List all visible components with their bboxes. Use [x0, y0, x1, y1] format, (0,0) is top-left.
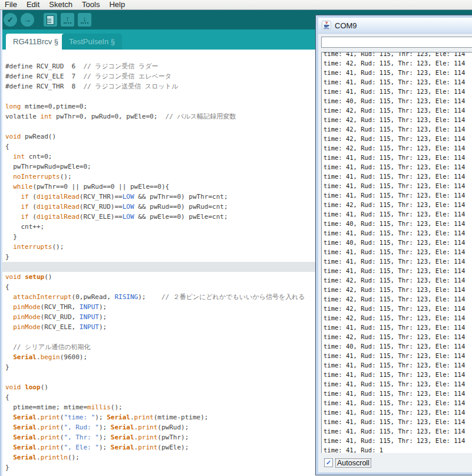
serial-output-line: time: 41, Rud: 115, Thr: 123, Ele: 114: [324, 417, 472, 426]
serial-output-line: time: 41, Rud: 115, Thr: 123, Ele: 114: [324, 172, 472, 181]
serial-monitor-title: COM9: [335, 21, 357, 30]
serial-output-line: time: 41, Rud: 115, Thr: 123, Ele: 114: [324, 398, 472, 408]
down-arrow-icon: ↓: [81, 16, 88, 24]
serial-output-line: time: 42, Rud: 115, Thr: 123, Ele: 114: [324, 134, 472, 143]
serial-output-line: time: 42, Rud: 115, Thr: 123, Ele: 114: [324, 304, 472, 313]
menu-item-help[interactable]: Help: [104, 0, 130, 9]
serial-output-line: time: 41, Rud: 1: [324, 445, 472, 453]
serial-output-line: time: 41, Rud: 115, Thr: 123, Ele: 114: [324, 408, 472, 417]
serial-output-line: time: 42, Rud: 115, Thr: 123, Ele: 114: [324, 58, 472, 68]
serial-output-line: time: 41, Rud: 115, Thr: 123, Ele: 114: [324, 162, 472, 172]
serial-output-line: time: 41, Rud: 115, Thr: 123, Ele: 114: [324, 389, 472, 398]
serial-output-line: time: 42, Rud: 115, Thr: 123, Ele: 114: [324, 332, 472, 342]
serial-output-line: time: 42, Rud: 115, Thr: 123, Ele: 114: [324, 275, 472, 285]
serial-output-line: time: 41, Rud: 115, Thr: 123, Ele: 114: [324, 351, 472, 360]
serial-output-line: time: 42, Rud: 115, Thr: 123, Ele: 114: [324, 115, 472, 124]
menu-item-sketch[interactable]: Sketch: [44, 0, 77, 9]
serial-monitor-window: COM9 time: 41, Rud: 115, Thr: 123, Ele: …: [315, 15, 472, 475]
serial-output-line: time: 42, Rud: 115, Thr: 123, Ele: 114: [324, 294, 472, 304]
serial-output-line: time: 41, Rud: 115, Thr: 123, Ele: 114: [324, 247, 472, 257]
serial-output-line: time: 41, Rud: 115, Thr: 123, Ele: 114: [324, 87, 472, 96]
verify-button[interactable]: ✓: [4, 13, 17, 27]
tab-rg411brcv[interactable]: RG411Brcv §: [6, 34, 65, 50]
serial-send-input[interactable]: [321, 37, 472, 48]
tab-testpulsein[interactable]: TestPulseIn §: [62, 34, 122, 50]
autoscroll-label[interactable]: Autoscroll: [336, 459, 371, 467]
upload-button[interactable]: →: [21, 13, 34, 27]
serial-output-line: time: 41, Rud: 115, Thr: 123, Ele: 114: [324, 181, 472, 191]
serial-output-line: time: 40, Rud: 115, Thr: 123, Ele: 114: [324, 342, 472, 351]
serial-output-line: time: 41, Rud: 115, Thr: 123, Ele: 114: [324, 379, 472, 389]
serial-output-line: time: 42, Rud: 115, Thr: 123, Ele: 114: [324, 313, 472, 323]
right-arrow-icon: →: [24, 15, 31, 24]
serial-output-line: time: 42, Rud: 115, Thr: 123, Ele: 114: [324, 285, 472, 294]
serial-output-line: time: 41, Rud: 115, Thr: 123, Ele: 114: [324, 77, 472, 87]
serial-output-line: time: 40, Rud: 115, Thr: 123, Ele: 114: [324, 219, 472, 228]
document-icon: [47, 15, 54, 25]
serial-output-line: time: 41, Rud: 115, Thr: 123, Ele: 114: [324, 323, 472, 332]
check-icon: ✓: [7, 15, 14, 24]
serial-output-line: time: 42, Rud: 115, Thr: 123, Ele: 114: [324, 143, 472, 153]
serial-output-line: time: 42, Rud: 115, Thr: 123, Ele: 114: [324, 124, 472, 134]
serial-output-line: time: 41, Rud: 115, Thr: 123, Ele: 114: [324, 68, 472, 77]
serial-output-line: time: 41, Rud: 115, Thr: 123, Ele: 114: [324, 153, 472, 162]
new-sketch-button[interactable]: [44, 13, 57, 27]
serial-output-line: time: 41, Rud: 115, Thr: 123, Ele: 114: [324, 257, 472, 266]
menu-item-edit[interactable]: Edit: [22, 0, 44, 9]
serial-output-line: time: 42, Rud: 115, Thr: 123, Ele: 114: [324, 106, 472, 115]
serial-output-line: time: 41, Rud: 115, Thr: 123, Ele: 114: [324, 209, 472, 219]
open-button[interactable]: ↑: [61, 13, 74, 27]
menu-item-file[interactable]: File: [0, 0, 22, 9]
window-left-border: [0, 10, 2, 476]
serial-output-line: time: 41, Rud: 115, Thr: 123, Ele: 114: [324, 426, 472, 436]
serial-output-line: time: 40, Rud: 115, Thr: 123, Ele: 114: [324, 238, 472, 247]
serial-output-line: time: 41, Rud: 115, Thr: 123, Ele: 114: [324, 228, 472, 238]
serial-monitor-titlebar[interactable]: COM9: [318, 18, 472, 34]
serial-output-line: time: 41, Rud: 115, Thr: 123, Ele: 114: [324, 266, 472, 275]
up-arrow-icon: ↑: [64, 16, 71, 24]
autoscroll-checkbox[interactable]: ✓: [324, 458, 333, 467]
serial-output-line: time: 41, Rud: 115, Thr: 123, Ele: 114: [324, 436, 472, 445]
serial-output-line: time: 42, Rud: 115, Thr: 123, Ele: 114: [324, 200, 472, 209]
save-button[interactable]: ↓: [78, 13, 91, 27]
serial-output-line: time: 40, Rud: 115, Thr: 123, Ele: 114: [324, 96, 472, 106]
menu-bar: FileEditSketchToolsHelp: [0, 0, 472, 10]
serial-output-line: time: 41, Rud: 115, Thr: 123, Ele: 114: [324, 52, 472, 58]
serial-output-line: time: 41, Rud: 115, Thr: 123, Ele: 114: [324, 360, 472, 370]
java-cup-icon: [322, 21, 331, 30]
serial-output-line: time: 41, Rud: 115, Thr: 123, Ele: 114: [324, 370, 472, 379]
serial-monitor-bottom-bar: ✓ Autoscroll: [318, 453, 472, 472]
serial-output-area[interactable]: time: 41, Rud: 115, Thr: 123, Ele: 114ti…: [321, 52, 472, 453]
serial-output-line: time: 41, Rud: 115, Thr: 123, Ele: 114: [324, 191, 472, 200]
menu-item-tools[interactable]: Tools: [77, 0, 104, 9]
